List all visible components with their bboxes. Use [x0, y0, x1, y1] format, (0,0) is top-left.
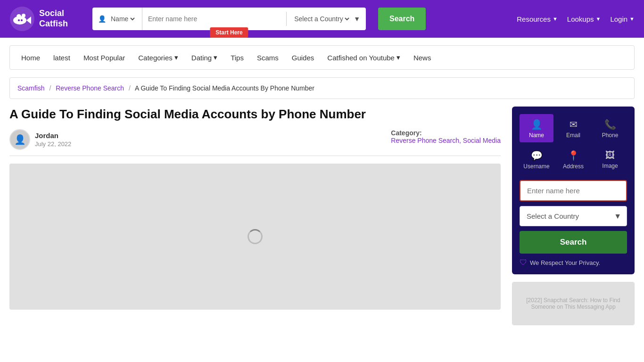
widget-tab-name-label: Name: [529, 132, 544, 139]
nav-latest[interactable]: latest: [47, 46, 77, 69]
logo-text: Social Catfish: [39, 8, 68, 29]
widget-tab-image[interactable]: 🖼 Image: [593, 145, 627, 173]
shield-icon: 🛡: [520, 258, 527, 267]
search-widget: 👤 Name ✉ Email 📞 Phone 💬 Username 📍: [512, 107, 635, 274]
widget-tab-name[interactable]: 👤 Name: [520, 114, 553, 142]
nav-resources[interactable]: Resources ▼: [517, 15, 558, 23]
nav-news[interactable]: News: [407, 46, 438, 69]
nav-categories[interactable]: Categories ▾: [132, 46, 185, 69]
sidebar-article-preview[interactable]: [2022] Snapchat Search: How to Find Some…: [512, 282, 635, 325]
author-name: Jordan: [35, 132, 71, 140]
widget-name-input[interactable]: [520, 180, 627, 201]
breadcrumb-separator: /: [49, 84, 51, 92]
sidebar: 👤 Name ✉ Email 📞 Phone 💬 Username 📍: [512, 107, 635, 325]
loading-spinner: [248, 229, 263, 244]
logo-area[interactable]: Social Catfish: [9, 6, 85, 32]
widget-tab-phone[interactable]: 📞 Phone: [593, 114, 627, 142]
secondary-nav: Home latest Most Popular Categories ▾ Da…: [9, 45, 635, 70]
chevron-down-icon: ▾: [174, 53, 178, 62]
search-bar: 👤 Name Select a Country ▼ Start Here: [92, 8, 366, 30]
search-country-select[interactable]: Select a Country ▼: [287, 8, 366, 30]
widget-tab-image-label: Image: [602, 163, 618, 169]
start-here-badge: Start Here: [210, 27, 248, 38]
widget-tab-username[interactable]: 💬 Username: [520, 145, 553, 173]
main-layout: A Guide To Finding Social Media Accounts…: [9, 107, 635, 325]
sidebar-article-title: [2022] Snapchat Search: How to Find Some…: [516, 297, 630, 310]
site-header: Social Catfish 👤 Name Select a Country ▼…: [0, 0, 644, 38]
header-search-button[interactable]: Search: [378, 8, 426, 30]
privacy-text: We Respect Your Privacy.: [530, 259, 600, 266]
chevron-down-icon: ▾: [396, 53, 400, 62]
chevron-down-icon: ▼: [596, 16, 601, 22]
logo-icon: [9, 6, 35, 32]
chevron-down-icon: ▾: [214, 53, 217, 62]
search-type-select[interactable]: 👤 Name: [92, 8, 142, 30]
nav-lookups[interactable]: Lookups ▼: [567, 15, 601, 23]
breadcrumb-reverse-phone[interactable]: Reverse Phone Search: [56, 84, 124, 92]
widget-tab-email-label: Email: [566, 132, 580, 139]
chevron-down-icon: ▼: [629, 16, 635, 22]
widget-country-select[interactable]: Select a Country: [520, 206, 627, 226]
phone-icon: 📞: [604, 119, 616, 130]
article-meta: 👤 Jordan July 22, 2022 Category: Reverse…: [9, 129, 501, 156]
nav-guides[interactable]: Guides: [285, 46, 321, 69]
category-label: Category:: [391, 129, 421, 137]
widget-tab-email[interactable]: ✉ Email: [556, 114, 590, 142]
nav-most-popular[interactable]: Most Popular: [77, 46, 132, 69]
chevron-down-icon: ▼: [354, 15, 360, 23]
category-area: Category: Reverse Phone Search, Social M…: [391, 129, 501, 144]
image-icon: 🖼: [605, 150, 615, 161]
chat-icon: 💬: [531, 150, 543, 161]
email-icon: ✉: [570, 119, 578, 130]
author-info: Jordan July 22, 2022: [35, 132, 71, 148]
featured-image: [9, 164, 501, 310]
svg-point-3: [17, 14, 21, 19]
breadcrumb-scamfish[interactable]: Scamfish: [17, 84, 45, 92]
nav-dating[interactable]: Dating ▾: [185, 46, 224, 69]
search-country-dropdown[interactable]: Select a Country: [292, 15, 351, 23]
widget-privacy: 🛡 We Respect Your Privacy.: [520, 258, 627, 267]
chevron-down-icon: ▼: [553, 16, 558, 22]
widget-tab-address[interactable]: 📍 Address: [556, 145, 590, 173]
search-name-input[interactable]: [142, 8, 286, 30]
header-nav: Resources ▼ Lookups ▼ Login ▼: [517, 15, 635, 23]
breadcrumb-current: A Guide To Finding Social Media Accounts…: [135, 84, 314, 92]
location-icon: 📍: [568, 150, 579, 161]
svg-point-4: [22, 14, 25, 17]
sidebar-article-image: [2022] Snapchat Search: How to Find Some…: [512, 282, 634, 325]
spinner: [248, 229, 263, 244]
nav-tips[interactable]: Tips: [224, 46, 250, 69]
category-link[interactable]: Reverse Phone Search, Social Media: [391, 137, 501, 144]
breadcrumb: Scamfish / Reverse Phone Search / A Guid…: [9, 77, 635, 99]
widget-tab-address-label: Address: [563, 163, 584, 170]
widget-tab-username-label: Username: [523, 163, 549, 170]
article-area: A Guide To Finding Social Media Accounts…: [9, 107, 501, 310]
author-area: 👤 Jordan July 22, 2022: [9, 129, 71, 150]
nav-catfished-youtube[interactable]: Catfished on Youtube ▾: [321, 46, 407, 69]
svg-point-6: [21, 19, 23, 21]
nav-home[interactable]: Home: [15, 46, 47, 69]
widget-search-button[interactable]: Search: [520, 231, 627, 254]
nav-login[interactable]: Login ▼: [610, 15, 635, 23]
article-title: A Guide To Finding Social Media Accounts…: [9, 107, 501, 123]
widget-tabs: 👤 Name ✉ Email 📞 Phone 💬 Username 📍: [520, 114, 627, 173]
author-date: July 22, 2022: [35, 140, 71, 148]
person-icon: 👤: [531, 119, 543, 130]
svg-point-5: [18, 19, 20, 21]
author-avatar: 👤: [9, 129, 30, 150]
widget-tab-phone-label: Phone: [602, 132, 619, 139]
person-icon: 👤: [98, 15, 106, 23]
nav-scams[interactable]: Scams: [250, 46, 285, 69]
search-type-dropdown[interactable]: Name: [109, 15, 136, 23]
widget-country-select-wrap: Select a Country ▼: [520, 206, 627, 226]
breadcrumb-separator: /: [129, 84, 131, 92]
